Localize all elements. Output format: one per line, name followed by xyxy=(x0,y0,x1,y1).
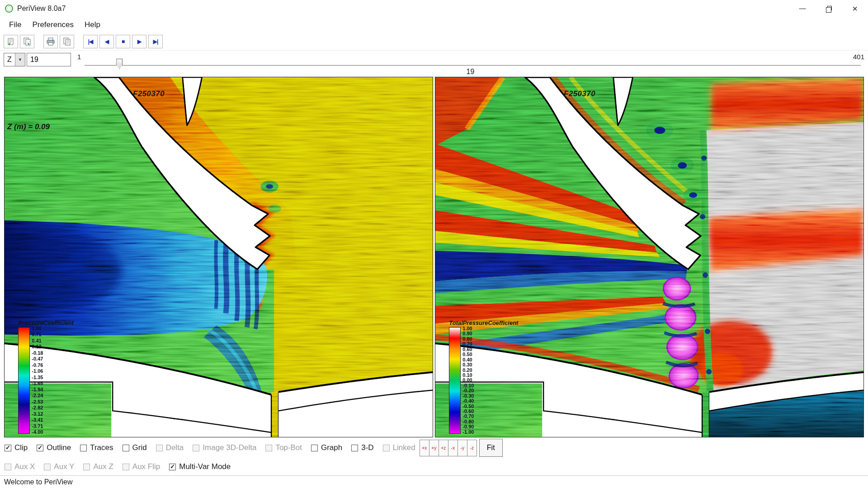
checkbox-aux-z[interactable]: Aux Z xyxy=(83,462,113,471)
view-orientation-buttons: +x+y+z-x-y-z xyxy=(420,440,477,456)
play-button[interactable]: ▶ xyxy=(132,35,146,48)
colorbar-tick-label: 0.50 xyxy=(462,352,474,357)
aux-options: Aux X Aux Y Aux Z Aux Flip xyxy=(0,458,868,475)
close-icon: × xyxy=(852,4,858,14)
checkbox-label: Grid xyxy=(132,443,147,452)
viewport-right[interactable]: F250370 TotalPressureCoefficient 1.000.9… xyxy=(435,77,864,437)
checkbox-label: Traces xyxy=(90,443,113,452)
colorbar-tick-label: -0.76 xyxy=(32,363,43,368)
titlebar: PeriView 8.0a7 — × xyxy=(0,0,868,17)
view-minus-y-button[interactable]: -y xyxy=(458,440,467,456)
colorbar-tick-label: -0.20 xyxy=(462,388,474,393)
frame-slider[interactable]: 1 401 19 xyxy=(76,53,864,76)
window-title: PeriView 8.0a7 xyxy=(17,5,66,13)
colorbar-tick-label: -2.82 xyxy=(32,405,43,410)
colorbar-title: TotalPressureCoefficient xyxy=(449,319,518,326)
colorbar-tick-label: -1.94 xyxy=(32,387,43,392)
checkbox-traces[interactable]: Traces xyxy=(80,443,113,452)
checkbox-label: Outline xyxy=(47,443,71,452)
checkbox-aux-y[interactable]: Aux Y xyxy=(44,462,74,471)
checkbox-box xyxy=(80,445,87,451)
checkbox-box xyxy=(37,445,43,451)
checkbox-delta[interactable]: Delta xyxy=(156,443,184,452)
close-button[interactable]: × xyxy=(842,0,868,17)
colorbar-tick-label: -0.18 xyxy=(32,351,43,356)
open-dataset-button[interactable] xyxy=(20,35,34,48)
checkbox-linked[interactable]: Linked xyxy=(383,443,415,452)
colorbar-tick-label: 0.90 xyxy=(462,331,474,336)
checkbox-multi-var-mode[interactable]: Multi-Var Mode xyxy=(169,462,231,471)
checkbox-label: Graph xyxy=(321,443,342,452)
view-minus-z-button[interactable]: -z xyxy=(467,440,477,456)
restore-icon xyxy=(827,6,832,10)
checkbox-grid[interactable]: Grid xyxy=(123,443,147,452)
document-icon xyxy=(6,37,15,46)
playback-icon: ■ xyxy=(122,39,124,44)
slider-track[interactable] xyxy=(85,65,861,66)
checkbox-image-3d-delta[interactable]: Image 3D-Delta xyxy=(193,443,256,452)
checkbox-box xyxy=(83,464,90,470)
checkbox-3-d[interactable]: 3-D xyxy=(351,443,373,452)
copy-icon xyxy=(62,37,71,46)
colorbar-tick-label: 0.00 xyxy=(462,378,474,383)
checkbox-box xyxy=(5,464,11,470)
checkbox-box xyxy=(351,445,358,451)
colorbar-tick-label: -3.71 xyxy=(32,424,43,429)
print-button[interactable] xyxy=(43,35,58,48)
menu-item[interactable]: Help xyxy=(79,19,106,31)
playback-icon: |◀ xyxy=(88,39,93,44)
minimize-icon: — xyxy=(799,4,806,12)
copy-button[interactable] xyxy=(60,35,74,48)
frame-number-input[interactable] xyxy=(27,53,71,66)
first-frame-button[interactable]: |◀ xyxy=(83,35,98,48)
menu-item[interactable]: Preferences xyxy=(27,19,79,31)
slider-handle[interactable] xyxy=(116,59,123,69)
statusbar: Welcome to PeriView xyxy=(0,475,868,488)
status-text: Welcome to PeriView xyxy=(4,478,72,486)
checkbox-aux-x[interactable]: Aux X xyxy=(5,462,35,471)
checkbox-clip[interactable]: Clip xyxy=(5,443,28,452)
stop-button[interactable]: ■ xyxy=(116,35,130,48)
colorbar-tick-label: -1.65 xyxy=(32,381,43,386)
viewport-left[interactable]: Z (m) = 0.09 F250370 PressureCoefficient… xyxy=(4,77,433,437)
prev-frame-button[interactable]: ◀ xyxy=(99,35,114,48)
slice-annotation: Z (m) = 0.09 xyxy=(7,122,50,131)
checkbox-box xyxy=(383,445,390,451)
checkbox-box xyxy=(123,445,129,451)
colorbar-tick-label: -1.35 xyxy=(32,375,43,380)
checkbox-graph[interactable]: Graph xyxy=(311,443,342,452)
colorbar-tick-label: -0.30 xyxy=(462,394,474,399)
last-frame-button[interactable]: ▶| xyxy=(148,35,163,48)
menu-item[interactable]: File xyxy=(4,19,27,31)
colorbar-tick-label: -0.10 xyxy=(462,383,474,388)
colorbar-gradient xyxy=(18,327,30,434)
playback-controls: |◀ ◀ ■ ▶ ▶| xyxy=(83,35,163,48)
check-icon xyxy=(5,445,10,450)
colorbar-tick-label: -0.50 xyxy=(462,404,474,409)
colorbar-left: PressureCoefficient 1.000.710.410.12-0.1… xyxy=(18,319,74,435)
check-icon xyxy=(38,445,42,450)
fit-button[interactable]: Fit xyxy=(479,439,503,457)
checkbox-aux-flip[interactable]: Aux Flip xyxy=(123,462,160,471)
view-minus-x-button[interactable]: -x xyxy=(448,440,458,456)
open-file-button[interactable] xyxy=(4,35,18,48)
chevron-down-icon[interactable]: ▼ xyxy=(15,53,25,66)
minimize-button[interactable]: — xyxy=(789,0,816,17)
checkbox-label: 3-D xyxy=(361,443,373,452)
colorbar-tick-label: 1.00 xyxy=(32,326,43,331)
restore-button[interactable] xyxy=(816,0,842,17)
toolbar-separator xyxy=(36,33,42,50)
colorbar-tick-label: 0.20 xyxy=(462,368,474,373)
checkbox-label: Aux X xyxy=(14,462,35,471)
colorbar-tick-label: 0.12 xyxy=(32,344,43,349)
toolbar: |◀ ◀ ■ ▶ ▶| xyxy=(0,33,868,51)
colorbar-tick-label: -3.12 xyxy=(32,412,43,417)
view-plus-x-button[interactable]: +x xyxy=(420,440,429,456)
slice-axis-select[interactable]: Z ▼ xyxy=(4,53,25,66)
colorbar-tick-label: -2.24 xyxy=(32,393,43,398)
checkbox-top-bot[interactable]: Top-Bot xyxy=(265,443,302,452)
checkbox-outline[interactable]: Outline xyxy=(37,443,71,452)
view-plus-z-button[interactable]: +z xyxy=(439,440,448,456)
view-plus-y-button[interactable]: +y xyxy=(429,440,439,456)
window-controls: — × xyxy=(789,0,868,17)
